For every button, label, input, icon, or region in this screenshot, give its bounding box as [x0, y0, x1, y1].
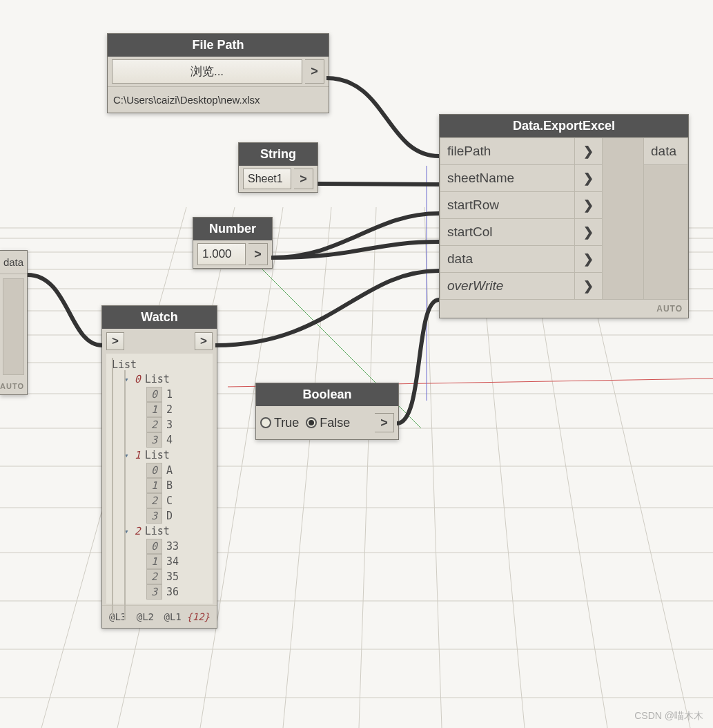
watch-node[interactable]: Watch > > List 0 List 01 12 23 34 1 List… [101, 305, 217, 629]
output-col-fill [644, 165, 688, 300]
partial-body [3, 278, 24, 375]
watch-title: Watch [102, 306, 217, 329]
port-startCol[interactable]: startCol [440, 219, 575, 246]
watch-footer: @L3 @L2 @L1 {12} [102, 605, 217, 628]
file-path-title: File Path [108, 34, 329, 57]
partial-output-label: data [0, 251, 27, 274]
chevron-right-icon[interactable]: ❯ [575, 165, 603, 192]
radio-icon [260, 417, 271, 428]
partial-auto-tag: AUTO [0, 382, 24, 390]
port-output-data[interactable]: data [644, 138, 688, 165]
number-title: Number [193, 218, 272, 240]
file-path-node[interactable]: File Path 浏览... > C:\Users\caizi\Desktop… [107, 33, 329, 113]
port-overWrite[interactable]: overWrite [440, 273, 575, 300]
watch-output-port[interactable]: > [195, 332, 213, 350]
string-input[interactable]: Sheet1 [243, 169, 291, 189]
string-output-port[interactable]: > [294, 169, 313, 189]
number-node[interactable]: Number 1.000 > [193, 217, 273, 269]
file-path-value: C:\Users\caizi\Desktop\new.xlsx [108, 86, 329, 113]
port-sheetName[interactable]: sheetName [440, 165, 575, 192]
radio-icon-selected [306, 417, 317, 428]
port-startRow[interactable]: startRow [440, 192, 575, 219]
chevron-right-icon[interactable]: ❯ [575, 192, 603, 219]
number-input[interactable]: 1.000 [197, 243, 246, 265]
partial-source-node[interactable]: data AUTO [0, 250, 28, 395]
watch-count: {12} [186, 611, 210, 622]
auto-tag: AUTO [656, 304, 683, 314]
node-body-spacer [603, 138, 644, 300]
boolean-output-port[interactable]: > [375, 413, 394, 432]
chevron-right-icon[interactable]: ❯ [575, 219, 603, 246]
boolean-true-label: True [274, 416, 299, 430]
boolean-title: Boolean [256, 383, 398, 406]
watch-input-port[interactable]: > [106, 332, 124, 350]
chevron-right-icon[interactable]: ❯ [575, 246, 603, 273]
string-title: String [239, 143, 318, 166]
port-filePath[interactable]: filePath [440, 138, 575, 165]
boolean-false-option[interactable]: False [306, 416, 350, 430]
watermark: CSDN @喵木木 [634, 710, 703, 722]
export-ports-table: filePath ❯ data sheetName ❯ startRow ❯ s… [440, 137, 688, 300]
port-data[interactable]: data [440, 246, 575, 273]
browse-button[interactable]: 浏览... [112, 59, 302, 84]
string-node[interactable]: String Sheet1 > [238, 142, 318, 193]
watch-output-panel: List 0 List 01 12 23 34 1 List 0A 1B 2C … [106, 354, 213, 604]
chevron-right-icon[interactable]: ❯ [575, 138, 603, 165]
export-excel-node[interactable]: Data.ExportExcel filePath ❯ data sheetNa… [439, 114, 689, 318]
export-title: Data.ExportExcel [440, 115, 688, 137]
file-path-output-port[interactable]: > [305, 59, 324, 84]
number-output-port[interactable]: > [248, 243, 268, 265]
boolean-true-option[interactable]: True [260, 416, 299, 430]
boolean-node[interactable]: Boolean True False > [255, 383, 399, 440]
chevron-right-icon[interactable]: ❯ [575, 273, 603, 300]
boolean-false-label: False [320, 416, 350, 430]
